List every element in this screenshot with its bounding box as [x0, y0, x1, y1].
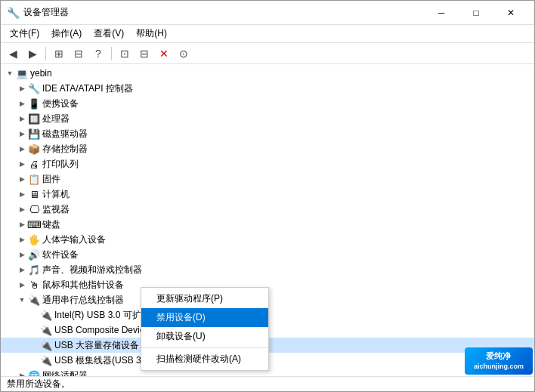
menu-help[interactable]: 帮助(H): [130, 26, 173, 42]
tree-item-computer[interactable]: ▶ 🖥 计算机: [1, 187, 534, 202]
tree-item-firmware[interactable]: ▶ 📋 固件: [1, 171, 534, 187]
icon-mouse: 🖱: [28, 279, 40, 291]
icon-firmware: 📋: [28, 173, 40, 185]
menu-bar: 文件(F) 操作(A) 查看(V) 帮助(H): [1, 25, 534, 43]
label-software: 软件设备: [42, 248, 79, 261]
expand-hid[interactable]: ▶: [16, 233, 28, 245]
icon-disk: 💾: [28, 128, 40, 140]
close-button[interactable]: ✕: [493, 1, 528, 25]
device-manager-window: 🔧 设备管理器 ─ □ ✕ 文件(F) 操作(A) 查看(V) 帮助(H) ◀ …: [0, 0, 535, 392]
expand-usb-hub: [28, 354, 40, 366]
tree-item-monitor[interactable]: ▶ 🖵 监视器: [1, 202, 534, 217]
label-audio: 声音、视频和游戏控制器: [42, 264, 142, 276]
expand-cpu[interactable]: ▶: [16, 113, 28, 125]
expand-firmware[interactable]: ▶: [16, 173, 28, 185]
icon-monitor: 🖵: [28, 203, 40, 215]
icon-storage: 📦: [28, 143, 40, 155]
watermark-text: 爱纯净 aichunjing.com: [474, 350, 524, 372]
status-bar: 禁用所选设备。: [1, 376, 534, 391]
toolbar-disable[interactable]: ✕: [155, 45, 173, 62]
label-computer: 计算机: [42, 188, 70, 201]
watermark: 爱纯净 aichunjing.com: [465, 347, 533, 375]
tree-item-root[interactable]: ▼ 💻 yebin: [1, 66, 534, 81]
label-portable: 便携设备: [42, 97, 79, 110]
toolbar-update[interactable]: ⊡: [116, 45, 134, 62]
menu-file[interactable]: 文件(F): [4, 26, 45, 42]
icon-usb-mass: 🔌: [40, 339, 52, 351]
expand-print[interactable]: ▶: [16, 158, 28, 170]
window-controls: ─ □ ✕: [424, 1, 528, 25]
expand-disk[interactable]: ▶: [16, 128, 28, 140]
expand-computer[interactable]: ▶: [16, 188, 28, 200]
menu-view[interactable]: 查看(V): [88, 26, 130, 42]
expand-storage[interactable]: ▶: [16, 143, 28, 155]
toolbar-forward[interactable]: ▶: [23, 45, 42, 62]
window-icon: 🔧: [7, 7, 19, 19]
tree-item-hid[interactable]: ▶ 🖐 人体学输入设备: [1, 232, 534, 247]
expand-ide[interactable]: ▶: [16, 82, 28, 94]
icon-keyboard: ⌨: [28, 218, 40, 230]
tree-item-software[interactable]: ▶ 🔊 软件设备: [1, 247, 534, 262]
maximize-button[interactable]: □: [459, 1, 493, 25]
label-usb-controllers: 通用串行总线控制器: [42, 294, 124, 307]
label-usb-composite: USB Composite Device: [54, 325, 149, 335]
toolbar-back[interactable]: ◀: [4, 45, 22, 62]
icon-audio: 🎵: [28, 264, 40, 276]
icon-software: 🔊: [28, 248, 40, 261]
label-disk: 磁盘驱动器: [42, 128, 88, 140]
expand-usb-controllers[interactable]: ▼: [16, 294, 28, 306]
label-usb-mass: USB 大容量存储设备: [54, 339, 139, 352]
status-text: 禁用所选设备。: [7, 378, 70, 390]
icon-portable: 📱: [28, 97, 40, 110]
toolbar: ◀ ▶ ⊞ ⊟ ? ⊡ ⊟ ✕ ⊙: [1, 43, 534, 64]
tree-item-portable[interactable]: ▶ 📱 便携设备: [1, 96, 534, 111]
tree-item-cpu[interactable]: ▶ 🔲 处理器: [1, 111, 534, 126]
main-area: ▼ 💻 yebin ▶ 🔧 IDE ATA/ATAPI 控制器 ▶ 📱 便携设备…: [1, 64, 534, 376]
label-firmware: 固件: [42, 173, 60, 186]
expand-root[interactable]: ▼: [4, 67, 16, 79]
toolbar-sep2: [111, 47, 112, 60]
label-mouse: 鼠标和其他指针设备: [42, 279, 124, 292]
toolbar-properties[interactable]: ⊞: [50, 45, 68, 62]
label-storage: 存储控制器: [42, 143, 88, 156]
ctx-uninstall-device[interactable]: 卸载设备(U): [141, 327, 268, 346]
expand-monitor[interactable]: ▶: [16, 203, 28, 215]
menu-action[interactable]: 操作(A): [45, 26, 88, 42]
icon-ide: 🔧: [28, 82, 40, 94]
context-menu: 更新驱动程序(P) 禁用设备(D) 卸载设备(U) 扫描检测硬件改动(A): [141, 287, 269, 371]
icon-cpu: 🔲: [28, 113, 40, 125]
expand-audio[interactable]: ▶: [16, 264, 28, 276]
ctx-update-driver[interactable]: 更新驱动程序(P): [141, 289, 268, 308]
tree-item-keyboard[interactable]: ▶ ⌨ 键盘: [1, 217, 534, 232]
toolbar-uninstall[interactable]: ⊙: [175, 45, 193, 62]
label-usb-hub: USB 根集线器(USB 3.0): [54, 354, 152, 367]
tree-item-print[interactable]: ▶ 🖨 打印队列: [1, 156, 534, 171]
toolbar-sep1: [45, 47, 46, 60]
expand-usb-mass: [28, 339, 40, 351]
tree-item-storage[interactable]: ▶ 📦 存储控制器: [1, 141, 534, 156]
icon-usb-hub: 🔌: [40, 354, 52, 366]
toolbar-scan[interactable]: ⊟: [70, 45, 88, 62]
expand-network[interactable]: ▶: [16, 369, 28, 376]
device-tree[interactable]: ▼ 💻 yebin ▶ 🔧 IDE ATA/ATAPI 控制器 ▶ 📱 便携设备…: [1, 64, 534, 376]
expand-software[interactable]: ▶: [16, 248, 28, 261]
expand-portable[interactable]: ▶: [16, 97, 28, 110]
toolbar-help[interactable]: ?: [89, 45, 107, 62]
label-root: yebin: [30, 68, 52, 79]
window-title: 设备管理器: [23, 6, 424, 19]
minimize-button[interactable]: ─: [424, 1, 459, 25]
toolbar-rollback[interactable]: ⊟: [135, 45, 153, 62]
ctx-disable-device[interactable]: 禁用设备(D): [141, 308, 268, 327]
expand-usb30: [28, 309, 40, 321]
icon-usb30: 🔌: [40, 309, 52, 321]
ctx-scan-hardware[interactable]: 扫描检测硬件改动(A): [141, 350, 268, 369]
icon-computer: 🖥: [28, 188, 40, 200]
tree-item-disk[interactable]: ▶ 💾 磁盘驱动器: [1, 126, 534, 141]
tree-item-audio[interactable]: ▶ 🎵 声音、视频和游戏控制器: [1, 262, 534, 277]
label-monitor: 监视器: [42, 203, 70, 216]
icon-print: 🖨: [28, 158, 40, 170]
label-ide: IDE ATA/ATAPI 控制器: [42, 82, 133, 95]
label-hid: 人体学输入设备: [42, 233, 106, 246]
tree-item-ide[interactable]: ▶ 🔧 IDE ATA/ATAPI 控制器: [1, 81, 534, 96]
expand-mouse[interactable]: ▶: [16, 279, 28, 291]
